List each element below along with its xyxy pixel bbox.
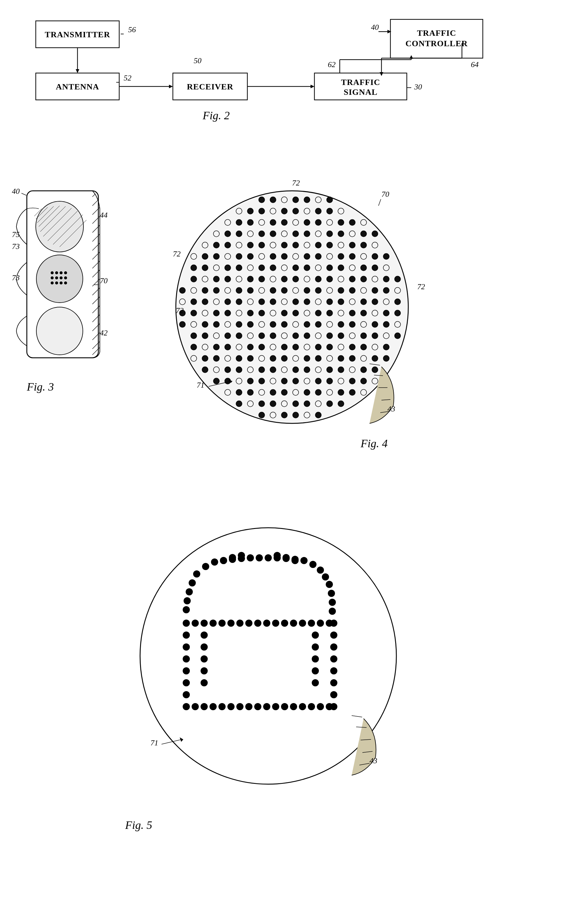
- svg-point-160: [248, 253, 253, 260]
- svg-point-72: [36, 255, 83, 303]
- svg-point-222: [315, 287, 321, 293]
- svg-text:30: 30: [414, 83, 422, 91]
- svg-point-392: [270, 401, 276, 407]
- svg-point-128: [259, 231, 265, 237]
- svg-marker-11: [169, 85, 173, 88]
- svg-point-431: [220, 557, 227, 564]
- svg-text:50: 50: [194, 56, 201, 65]
- svg-point-247: [372, 299, 378, 305]
- svg-text:TRAFFIC: TRAFFIC: [341, 77, 380, 87]
- svg-point-135: [338, 231, 344, 237]
- svg-point-186: [338, 265, 344, 271]
- svg-point-466: [308, 620, 315, 627]
- svg-point-78: [55, 276, 58, 279]
- svg-text:72: 72: [176, 306, 184, 315]
- svg-point-371: [327, 378, 332, 384]
- svg-point-108: [315, 208, 321, 214]
- svg-point-115: [270, 220, 276, 225]
- svg-point-118: [304, 220, 310, 225]
- svg-point-249: [395, 299, 401, 305]
- svg-point-259: [281, 310, 287, 316]
- svg-point-303: [338, 333, 344, 339]
- svg-point-185: [327, 265, 332, 271]
- svg-point-456: [219, 620, 225, 627]
- svg-point-474: [183, 679, 190, 686]
- svg-point-496: [219, 703, 225, 710]
- svg-point-469: [330, 620, 337, 627]
- fig5-svg: 71 43 Fig. 5: [95, 501, 453, 853]
- svg-text:44: 44: [100, 211, 108, 220]
- svg-point-162: [270, 253, 276, 260]
- svg-point-237: [259, 299, 265, 305]
- svg-point-398: [338, 401, 344, 407]
- svg-point-74: [55, 271, 58, 274]
- svg-point-458: [236, 620, 243, 627]
- svg-point-495: [209, 703, 217, 710]
- svg-point-321: [327, 344, 332, 350]
- svg-point-196: [248, 276, 253, 282]
- svg-marker-5: [76, 69, 79, 73]
- svg-point-300: [304, 333, 310, 339]
- svg-point-281: [304, 321, 310, 327]
- svg-point-147: [292, 242, 299, 248]
- svg-point-294: [236, 333, 242, 339]
- svg-point-438: [283, 555, 290, 562]
- svg-point-260: [292, 310, 299, 316]
- svg-point-460: [254, 620, 261, 627]
- svg-point-102: [248, 208, 253, 214]
- svg-point-380: [270, 389, 276, 395]
- svg-point-240: [292, 299, 299, 305]
- svg-point-206: [361, 276, 367, 282]
- svg-point-105: [281, 208, 287, 214]
- svg-point-82: [55, 282, 58, 284]
- svg-point-221: [304, 287, 310, 293]
- svg-point-402: [292, 412, 299, 418]
- svg-point-210: [179, 287, 185, 293]
- svg-point-335: [281, 356, 287, 361]
- svg-line-91: [21, 193, 26, 195]
- svg-point-389: [236, 401, 242, 407]
- svg-point-113: [248, 220, 253, 225]
- svg-point-284: [338, 321, 344, 327]
- svg-point-455: [209, 620, 217, 627]
- svg-text:70: 70: [100, 276, 108, 285]
- svg-text:72: 72: [173, 250, 181, 258]
- svg-point-331: [236, 356, 242, 361]
- svg-point-79: [60, 276, 62, 279]
- svg-point-287: [372, 321, 378, 327]
- svg-point-269: [395, 310, 401, 316]
- fig4-svg: 70 72 72 72 72 71 43 Fig. 4: [137, 173, 465, 456]
- svg-point-146: [281, 242, 287, 248]
- svg-point-231: [191, 299, 197, 305]
- svg-point-297: [270, 333, 276, 339]
- svg-point-505: [299, 703, 306, 710]
- fig4-led-array: 70 72 72 72 72 71 43 Fig. 4: [137, 173, 465, 441]
- svg-point-499: [245, 703, 252, 710]
- svg-point-305: [361, 333, 367, 339]
- svg-point-282: [315, 321, 321, 327]
- svg-point-188: [361, 265, 367, 271]
- svg-point-387: [349, 389, 355, 395]
- svg-point-131: [292, 231, 299, 237]
- svg-point-156: [202, 253, 208, 260]
- svg-point-479: [201, 667, 208, 675]
- svg-point-234: [225, 299, 231, 305]
- svg-point-200: [292, 276, 299, 282]
- svg-point-444: [326, 581, 333, 588]
- svg-point-497: [227, 703, 235, 710]
- svg-point-491: [312, 679, 319, 686]
- svg-point-341: [349, 356, 355, 361]
- svg-point-329: [213, 356, 219, 361]
- svg-point-484: [330, 667, 337, 675]
- svg-point-364: [248, 378, 253, 384]
- svg-point-290: [191, 333, 197, 339]
- svg-point-216: [248, 287, 253, 293]
- svg-point-218: [270, 287, 276, 293]
- svg-point-253: [213, 310, 219, 316]
- svg-point-293: [225, 333, 231, 339]
- svg-point-395: [304, 401, 310, 407]
- svg-point-116: [281, 220, 287, 225]
- svg-point-435: [256, 554, 263, 561]
- svg-text:43: 43: [387, 405, 395, 413]
- svg-point-338: [315, 356, 321, 361]
